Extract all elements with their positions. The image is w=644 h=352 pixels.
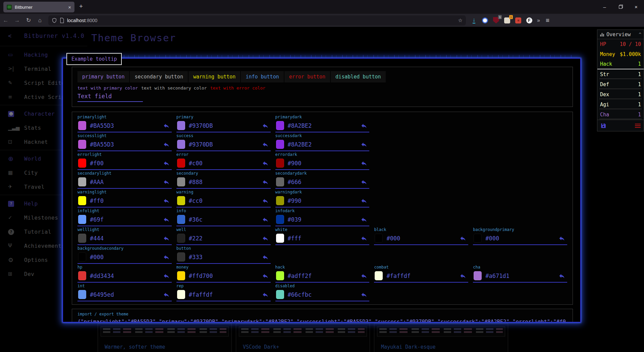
color-hex-value[interactable]: #a671d1 [485, 273, 509, 279]
color-input[interactable]: #8A2BE2 [275, 120, 370, 132]
color-input[interactable]: #c00 [176, 158, 271, 170]
color-swatch[interactable] [177, 234, 185, 243]
overflow-chevrons-icon[interactable]: » [537, 17, 539, 23]
undo-icon[interactable] [361, 122, 367, 129]
color-hex-value[interactable]: #ff0 [90, 197, 104, 204]
color-input[interactable]: #f00 [77, 158, 172, 170]
undo-icon[interactable] [163, 160, 170, 167]
chevron-up-icon[interactable]: ^ [639, 32, 641, 37]
color-swatch[interactable] [276, 140, 284, 149]
color-hex-value[interactable]: #c00 [189, 160, 203, 167]
color-hex-value[interactable]: #f00 [90, 160, 104, 167]
undo-icon[interactable] [262, 179, 269, 185]
color-input[interactable]: #9370DB [176, 120, 271, 132]
url-bar[interactable]: localhost :8000 ☆ [48, 15, 466, 25]
color-hex-value[interactable]: #666 [288, 179, 302, 185]
color-swatch[interactable] [78, 215, 86, 224]
color-hex-value[interactable]: #BA55D3 [90, 141, 114, 148]
color-hex-value[interactable]: #66cfbc [288, 291, 312, 298]
color-swatch[interactable] [177, 177, 185, 186]
theme-json-text[interactable]: {"primarylight":"#BA55D3","primary":"#93… [77, 318, 567, 322]
example-button[interactable]: info button [241, 71, 283, 82]
undo-icon[interactable] [163, 216, 170, 223]
undo-icon[interactable] [262, 141, 269, 148]
color-input[interactable]: #fff [275, 233, 370, 245]
color-swatch[interactable] [177, 215, 185, 224]
save-icon[interactable] [600, 123, 606, 129]
color-input[interactable]: #900 [275, 158, 370, 170]
color-swatch[interactable] [375, 271, 383, 280]
color-swatch[interactable] [78, 121, 86, 130]
color-input[interactable]: #cc0 [176, 195, 271, 208]
color-input[interactable]: #333 [176, 251, 271, 264]
kill-scripts-icon[interactable] [635, 123, 641, 129]
color-swatch[interactable] [78, 252, 86, 261]
color-swatch[interactable] [276, 159, 284, 168]
color-hex-value[interactable]: #9370DB [189, 141, 213, 148]
color-input[interactable]: #36c [176, 214, 271, 226]
undo-icon[interactable] [558, 273, 565, 279]
example-button[interactable]: primary button [77, 71, 129, 82]
undo-icon[interactable] [163, 197, 170, 204]
color-input[interactable]: #dd3434 [77, 270, 172, 283]
color-input[interactable]: #6495ed [77, 289, 172, 301]
color-hex-value[interactable]: #990 [288, 197, 302, 204]
undo-icon[interactable] [262, 197, 269, 204]
color-swatch[interactable] [177, 121, 185, 130]
undo-icon[interactable] [262, 235, 269, 242]
color-swatch[interactable] [177, 196, 185, 205]
color-swatch[interactable] [276, 121, 284, 130]
example-text-field[interactable]: Text field [77, 93, 143, 102]
color-input[interactable]: #9370DB [176, 139, 271, 151]
color-hex-value[interactable]: #8A2BE2 [288, 141, 312, 148]
color-input[interactable]: #222 [176, 233, 271, 245]
downloads-icon[interactable]: ↓ [473, 17, 475, 23]
color-hex-value[interactable]: #BA55D3 [90, 122, 114, 129]
color-hex-value[interactable]: #444 [90, 235, 104, 242]
reload-icon[interactable]: ↻ [23, 17, 34, 24]
color-swatch[interactable] [177, 159, 185, 168]
color-swatch[interactable] [474, 271, 482, 280]
undo-icon[interactable] [163, 254, 170, 260]
color-input[interactable]: #66cfbc [275, 289, 370, 301]
color-swatch[interactable] [474, 234, 482, 243]
undo-icon[interactable] [558, 235, 565, 242]
color-swatch[interactable] [276, 271, 284, 280]
undo-icon[interactable] [361, 160, 367, 167]
color-swatch[interactable] [177, 290, 185, 299]
color-swatch[interactable] [177, 271, 185, 280]
minimize-button[interactable]: – [597, 0, 612, 14]
color-input[interactable]: #000 [374, 233, 468, 245]
color-input[interactable]: #a671d1 [473, 270, 567, 283]
restore-button[interactable] [612, 0, 628, 14]
color-input[interactable]: #AAA [77, 176, 172, 189]
undo-icon[interactable] [163, 141, 170, 148]
color-swatch[interactable] [276, 234, 284, 243]
color-hex-value[interactable]: #cc0 [189, 197, 203, 204]
color-hex-value[interactable]: #000 [90, 254, 104, 260]
menu-hamburger-icon[interactable]: ≡ [546, 17, 549, 24]
color-input[interactable]: #888 [176, 176, 271, 189]
color-hex-value[interactable]: #000 [386, 235, 400, 242]
color-input[interactable]: #faffdf [374, 270, 468, 283]
color-swatch[interactable] [78, 234, 86, 243]
color-swatch[interactable] [276, 196, 284, 205]
password-manager-icon[interactable] [482, 17, 488, 23]
undo-icon[interactable] [163, 235, 170, 242]
color-input[interactable]: #BA55D3 [77, 120, 172, 132]
color-hex-value[interactable]: #dd3434 [90, 273, 114, 279]
undo-icon[interactable] [361, 179, 367, 185]
undo-icon[interactable] [262, 122, 269, 129]
color-swatch[interactable] [177, 252, 185, 261]
color-swatch[interactable] [78, 196, 86, 205]
undo-icon[interactable] [460, 235, 466, 242]
color-swatch[interactable] [78, 271, 86, 280]
undo-icon[interactable] [361, 141, 367, 148]
color-hex-value[interactable]: #fff [288, 235, 302, 242]
color-swatch[interactable] [177, 140, 185, 149]
color-swatch[interactable] [78, 177, 86, 186]
overview-header[interactable]: Overview ^ [597, 30, 644, 39]
undo-icon[interactable] [163, 273, 170, 279]
color-input[interactable]: #444 [77, 233, 172, 245]
undo-icon[interactable] [262, 273, 269, 279]
